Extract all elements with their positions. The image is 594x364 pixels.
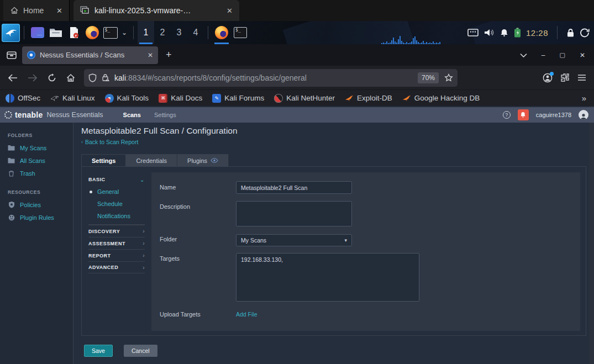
name-input[interactable] (236, 181, 352, 194)
nav-scans[interactable]: Scans (123, 112, 141, 118)
reload-icon[interactable] (48, 73, 56, 82)
launcher-whisker-menu[interactable]: --- (30, 25, 45, 40)
cpu-usage-graph[interactable] (381, 31, 452, 44)
window-minimize-button[interactable]: – (542, 51, 545, 59)
bookmarks-overflow-chevron-icon[interactable]: » (582, 93, 594, 103)
shield-icon[interactable] (88, 73, 97, 82)
list-all-tabs-chevron-icon[interactable] (520, 53, 527, 57)
bookmark-star-icon[interactable] (444, 73, 453, 82)
taskbar-firefox-window[interactable] (212, 21, 231, 44)
browser-tab-nessus[interactable]: Nessus Essentials / Scans ✕ (22, 46, 158, 64)
sidebar-item-policies[interactable]: Policies (0, 198, 73, 211)
tenable-logo[interactable]: tenable Nessus Essentials (4, 110, 103, 119)
back-to-scan-report-link[interactable]: ‹ Back to Scan Report (81, 139, 138, 145)
tab-close-icon[interactable]: ✕ (148, 51, 153, 59)
forward-icon[interactable] (28, 74, 38, 82)
bookmark-kali-nethunter[interactable]: Kali NetHunter (274, 94, 335, 103)
sidebar-item-all-scans[interactable]: All Scans (0, 154, 73, 167)
url-text[interactable]: kali:8834/#/scans/reports/8/config/setti… (114, 73, 418, 82)
launcher-text-editor[interactable] (66, 25, 81, 40)
notification-bell-icon[interactable] (500, 28, 509, 38)
tab-credentials[interactable]: Credentials (126, 154, 177, 167)
vmware-tab-kali-label: kali-linux-2025.3-vmware-… (94, 6, 191, 15)
section-item-general[interactable]: General (88, 186, 145, 198)
sidebar-item-plugin-rules[interactable]: Plugin Rules (0, 211, 73, 224)
launcher-terminal[interactable]: $_ (103, 25, 118, 40)
bookmark-kali-linux[interactable]: Kali Linux (50, 94, 95, 102)
bookmark-kali-forums[interactable]: ✎Kali Forums (212, 94, 264, 103)
section-item-notifications[interactable]: Notifications (88, 210, 145, 222)
sidebar-item-trash[interactable]: Trash (0, 167, 73, 180)
vmware-tab-bar: Home ✕ kali-linux-2025.3-vmware-… ✕ (0, 0, 594, 21)
connection-lock-warning-icon[interactable] (102, 73, 110, 82)
network-ethernet-icon[interactable] (467, 28, 479, 37)
page-scrollbar[interactable] (590, 106, 594, 364)
logout-icon[interactable] (580, 28, 590, 38)
user-avatar[interactable] (579, 110, 588, 120)
sidebar-item-my-scans[interactable]: My Scans (0, 141, 73, 154)
nav-settings[interactable]: Settings (154, 112, 176, 118)
account-button[interactable] (543, 73, 553, 83)
vmware-tab-home-close-icon[interactable]: ✕ (56, 7, 62, 15)
settings-section-nav: BASIC ⌄ General Schedule Notifications D… (88, 173, 145, 273)
bookmark-kali-docs[interactable]: ⌘Kali Docs (159, 94, 202, 103)
section-basic[interactable]: BASIC ⌄ (88, 173, 145, 186)
section-assessment[interactable]: ASSESSMENT › (88, 237, 145, 249)
menu-hamburger-icon[interactable] (577, 74, 586, 81)
section-item-schedule[interactable]: Schedule (88, 198, 145, 210)
folder-icon (8, 144, 15, 151)
tab-settings[interactable]: Settings (81, 154, 126, 167)
bookmark-offsec[interactable]: OffSec (6, 94, 40, 103)
vmware-tab-kali-close-icon[interactable]: ✕ (227, 7, 233, 15)
taskbar-terminal-window[interactable]: $_ (231, 21, 250, 44)
kali-dragon-icon (4, 27, 18, 39)
launcher-file-manager[interactable] (48, 25, 63, 40)
add-file-link[interactable]: Add File (236, 311, 257, 318)
bookmark-exploit-db[interactable]: Exploit-DB (345, 94, 392, 102)
nessus-page: tenable Nessus Essentials Scans Settings… (0, 106, 594, 364)
targets-textarea[interactable]: 192.168.33.130, (236, 253, 419, 302)
kali-menu-button[interactable] (2, 24, 20, 42)
vmware-tab-home[interactable]: Home ✕ (3, 0, 70, 21)
home-icon[interactable] (66, 73, 75, 82)
url-bar[interactable]: kali:8834/#/scans/reports/8/config/setti… (84, 69, 458, 87)
workspace-2[interactable]: 2 (154, 21, 171, 44)
workspace-1[interactable]: 1 (138, 21, 154, 44)
bookmark-google-hacking-db[interactable]: Google Hacking DB (402, 94, 480, 102)
vmware-tab-home-label: Home (23, 6, 44, 15)
lock-screen-icon[interactable] (566, 28, 575, 38)
save-button[interactable]: Save (84, 345, 113, 357)
firefox-view-icon[interactable] (7, 51, 17, 60)
upload-targets-label: Upload Targets (160, 311, 201, 318)
account-alert-dot (550, 72, 554, 76)
tab-plugins[interactable]: Plugins (177, 154, 229, 167)
zoom-level-badge[interactable]: 70% (418, 72, 439, 83)
folder-select[interactable]: My Scans ▾ (236, 234, 352, 246)
username[interactable]: caguirre1378 (536, 112, 571, 118)
battery-icon[interactable] (514, 28, 521, 38)
launcher-expand-chevron-icon[interactable]: ⌄ (122, 29, 127, 36)
volume-icon[interactable] (483, 28, 495, 37)
section-report[interactable]: REPORT › (88, 249, 145, 261)
back-icon[interactable] (8, 74, 18, 82)
help-icon[interactable]: ? (503, 111, 511, 119)
panel-clock[interactable]: 12:28 (526, 28, 548, 38)
bookmark-kali-tools[interactable]: Kali Tools (105, 94, 149, 103)
plugin-rules-icon (8, 214, 15, 221)
vmware-tab-kali[interactable]: kali-linux-2025.3-vmware-… ✕ (73, 0, 239, 21)
firefox-icon (215, 26, 228, 39)
extensions-puzzle-icon[interactable] (560, 73, 570, 82)
description-textarea[interactable] (236, 201, 352, 226)
new-tab-button[interactable]: + (166, 49, 172, 61)
section-discovery[interactable]: DISCOVERY › (88, 225, 145, 237)
vm-icon (80, 6, 90, 15)
cancel-button[interactable]: Cancel (124, 345, 157, 357)
notifications-button[interactable] (518, 109, 529, 120)
window-close-button[interactable]: ✕ (580, 51, 585, 59)
firefox-icon (86, 26, 99, 39)
workspace-3[interactable]: 3 (171, 21, 187, 44)
workspace-4[interactable]: 4 (187, 21, 204, 44)
launcher-firefox[interactable] (85, 25, 99, 40)
section-advanced[interactable]: ADVANCED › (88, 261, 145, 273)
window-maximize-button[interactable]: ▢ (560, 51, 565, 59)
